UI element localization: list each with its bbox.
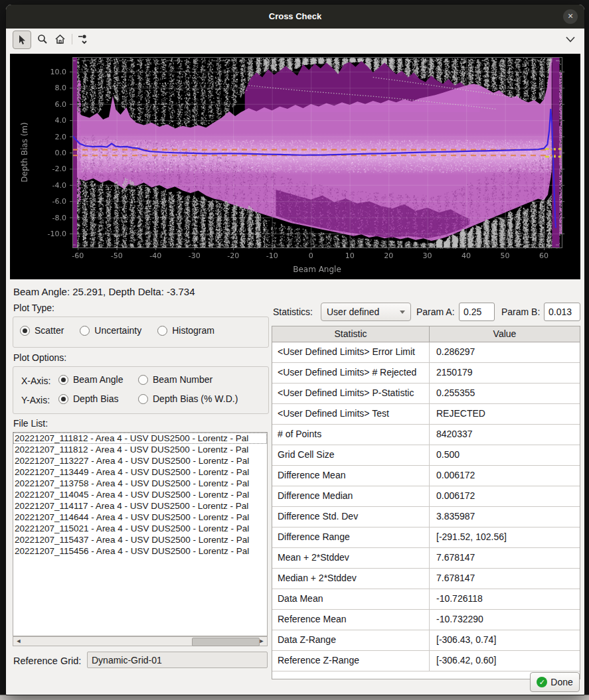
- window-title: Cross Check: [6, 5, 584, 29]
- radio-circle-icon[interactable]: [58, 394, 68, 404]
- radio-depth-bias-w-d[interactable]: Depth Bias (% W.D.): [138, 393, 238, 404]
- statistics-dropdown-value: User defined: [327, 307, 400, 317]
- scroll-right-icon[interactable]: ►: [257, 637, 266, 646]
- file-list-item[interactable]: 20221207_113449 - Area 4 - USV DUS2500 -…: [13, 466, 267, 478]
- table-row[interactable]: Difference Range[-291.52, 102.56]: [272, 527, 580, 548]
- radio-beam-number[interactable]: Beam Number: [138, 374, 212, 385]
- radio-histogram[interactable]: Histogram: [157, 325, 214, 336]
- radio-label: Depth Bias: [73, 393, 118, 404]
- value-cell: 2150179: [430, 363, 580, 383]
- crosscheck-plot[interactable]: [10, 54, 580, 279]
- value-cell: [-306.43, 0.74]: [430, 630, 580, 650]
- home-icon: [54, 34, 66, 44]
- radio-beam-angle[interactable]: Beam Angle: [58, 374, 138, 385]
- reference-grid-field[interactable]: [87, 652, 268, 668]
- param-a-input[interactable]: [459, 303, 495, 321]
- param-a-label: Param A:: [416, 307, 455, 317]
- table-row[interactable]: Grid Cell Size0.500: [272, 445, 580, 466]
- radio-uncertainty[interactable]: Uncertainty: [80, 325, 141, 336]
- statistics-table-header: Statistic Value: [272, 326, 580, 342]
- crosscheck-plot-canvas[interactable]: [10, 54, 580, 279]
- table-row[interactable]: Difference Mean0.006172: [272, 466, 580, 486]
- file-list-item[interactable]: 20221207_115456 - Area 4 - USV DUS2500 -…: [13, 545, 267, 557]
- done-button-label: Done: [550, 677, 572, 687]
- statistic-cell: <User Defined Limits> # Rejected: [272, 363, 430, 383]
- table-row[interactable]: Difference Median0.006172: [272, 486, 580, 507]
- radio-circle-icon[interactable]: [80, 326, 90, 336]
- statistic-cell: Difference Mean: [272, 466, 430, 486]
- plot-type-groupbox: ScatterUncertaintyHistogram: [13, 316, 269, 348]
- done-button[interactable]: ✓ Done: [530, 672, 580, 692]
- table-row[interactable]: Difference Std. Dev3.835987: [272, 507, 580, 527]
- done-check-icon: ✓: [537, 677, 547, 687]
- radio-circle-icon[interactable]: [58, 375, 68, 385]
- table-row[interactable]: <User Defined Limits> TestREJECTED: [272, 404, 580, 425]
- table-row[interactable]: Mean + 2*Stddev7.678147: [272, 548, 580, 569]
- file-list-hscrollbar[interactable]: ◄ ►: [13, 636, 268, 646]
- statistic-cell: Grid Cell Size: [272, 445, 430, 465]
- file-list-item[interactable]: 20221207_111812 - Area 4 - USV DUS2500 -…: [13, 444, 267, 455]
- statistic-cell: <User Defined Limits> Test: [272, 404, 430, 424]
- file-list-item[interactable]: 20221207_113227 - Area 4 - USV DUS2500 -…: [13, 455, 267, 466]
- table-row[interactable]: Median + 2*Stddev7.678147: [272, 569, 580, 589]
- radio-circle-icon[interactable]: [20, 326, 30, 336]
- table-row[interactable]: Data Mean-10.726118: [272, 589, 580, 610]
- value-column-header[interactable]: Value: [430, 326, 580, 342]
- table-row[interactable]: Data Z-Range[-306.43, 0.74]: [272, 630, 580, 651]
- reference-grid-label: Reference Grid:: [13, 656, 81, 666]
- file-list-item[interactable]: 20221207_113758 - Area 4 - USV DUS2500 -…: [13, 478, 267, 489]
- home-button[interactable]: [51, 31, 68, 48]
- value-cell: [-306.42, 0.60]: [430, 651, 580, 671]
- table-row[interactable]: <User Defined Limits> # Rejected2150179: [272, 363, 580, 384]
- table-row[interactable]: <User Defined Limits> P-Statistic0.25535…: [272, 384, 580, 404]
- scrollbar-thumb[interactable]: [192, 638, 260, 646]
- statistic-cell: Data Mean: [272, 589, 430, 609]
- statistic-cell: <User Defined Limits> P-Statistic: [272, 384, 430, 403]
- scroll-left-icon[interactable]: ◄: [14, 637, 23, 646]
- radio-circle-icon[interactable]: [138, 375, 148, 385]
- x-axis-label: X-Axis:: [21, 376, 58, 386]
- value-cell: 0.006172: [430, 466, 580, 486]
- file-list-item[interactable]: 20221207_115437 - Area 4 - USV DUS2500 -…: [13, 534, 267, 545]
- toolbar-separator: [72, 34, 72, 44]
- radio-circle-icon[interactable]: [138, 394, 148, 404]
- value-cell: 0.500: [430, 445, 580, 465]
- table-row[interactable]: Reference Mean-10.732290: [272, 610, 580, 630]
- close-icon[interactable]: ×: [563, 9, 578, 24]
- magnifier-icon: [37, 34, 48, 44]
- plot-type-label: Plot Type:: [13, 303, 54, 313]
- zoom-button[interactable]: [34, 31, 51, 48]
- plot-options-label: Plot Options:: [13, 352, 66, 363]
- value-cell: 0.006172: [430, 486, 580, 506]
- file-list-item[interactable]: 20221207_114117 - Area 4 - USV DUS2500 -…: [13, 500, 267, 512]
- value-cell: [-291.52, 102.56]: [430, 527, 580, 547]
- file-list-item[interactable]: 20221207_114045 - Area 4 - USV DUS2500 -…: [13, 489, 267, 500]
- param-b-input[interactable]: [544, 303, 580, 321]
- plot-toolbar: [6, 29, 584, 50]
- statistic-column-header[interactable]: Statistic: [272, 326, 430, 342]
- statistics-dropdown[interactable]: User defined: [321, 303, 411, 321]
- titlebar[interactable]: Cross Check ×: [6, 5, 584, 29]
- toolbar-expander-chevron-icon[interactable]: [564, 33, 576, 45]
- plot-config-button[interactable]: [74, 31, 92, 48]
- table-row[interactable]: # of Points8420337: [272, 425, 580, 445]
- table-row[interactable]: <User Defined Limits> Error Limit0.28629…: [272, 342, 580, 363]
- y-axis-radios: Depth BiasDepth Bias (% W.D.): [58, 393, 238, 407]
- radio-circle-icon[interactable]: [157, 326, 167, 336]
- statistics-label: Statistics:: [273, 307, 313, 317]
- file-list[interactable]: 20221207_111812 - Area 4 - USV DUS2500 -…: [13, 432, 268, 636]
- radio-depth-bias[interactable]: Depth Bias: [58, 393, 138, 404]
- file-list-item[interactable]: 20221207_115021 - Area 4 - USV DUS2500 -…: [13, 523, 267, 534]
- statistic-cell: Difference Range: [272, 527, 430, 547]
- statistic-cell: <User Defined Limits> Error Limit: [272, 342, 430, 362]
- statistic-cell: Median + 2*Stddev: [272, 569, 430, 589]
- value-cell: 7.678147: [430, 548, 580, 568]
- statistic-cell: Reference Mean: [272, 610, 430, 630]
- table-row[interactable]: Reference Z-Range[-306.42, 0.60]: [272, 651, 580, 671]
- file-list-item[interactable]: 20221207_111812 - Area 4 - USV DUS2500 -…: [13, 433, 267, 444]
- file-list-item[interactable]: 20221207_114644 - Area 4 - USV DUS2500 -…: [13, 512, 267, 523]
- value-cell: REJECTED: [430, 404, 580, 424]
- cursor-select-button[interactable]: [13, 31, 31, 49]
- statistic-cell: Difference Std. Dev: [272, 507, 430, 527]
- radio-scatter[interactable]: Scatter: [20, 325, 64, 336]
